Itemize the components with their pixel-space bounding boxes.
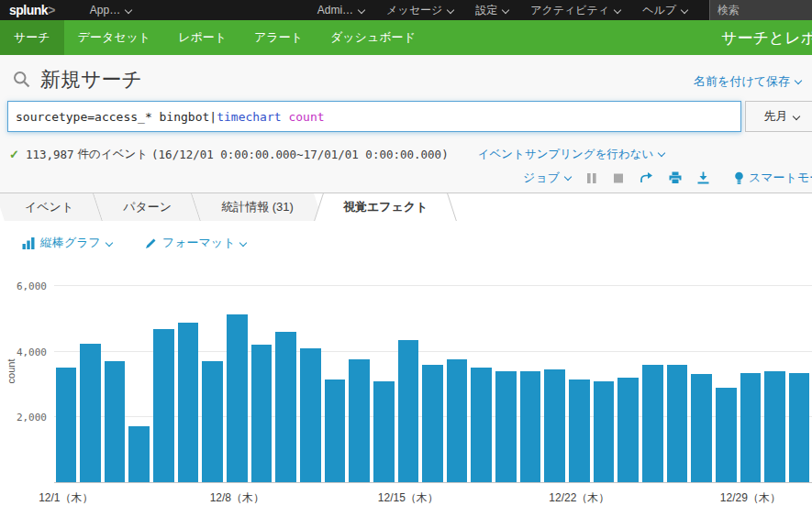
bar-12/3[interactable]	[105, 361, 126, 482]
bar-12/6[interactable]	[178, 323, 199, 482]
bar-12/11[interactable]	[300, 348, 321, 482]
pause-icon	[586, 172, 597, 184]
nav-item-datasets[interactable]: データセット	[64, 20, 165, 55]
search-mode-menu[interactable]: スマートモード	[734, 170, 812, 186]
event-sampling-label: イベントサンプリングを行わない	[478, 148, 654, 160]
bar-12/24[interactable]	[617, 378, 639, 482]
x-axis-tick-label: 12/1（木）	[39, 490, 93, 506]
y-axis-tick-label: 4,000	[0, 346, 47, 358]
save-as-label: 名前を付けて保存	[694, 74, 790, 88]
messages-menu[interactable]: メッセージ	[386, 3, 453, 18]
activity-menu[interactable]: アクティビティ	[530, 3, 620, 18]
bar-12/8[interactable]	[227, 314, 248, 482]
bar-12/25[interactable]	[642, 365, 663, 482]
nav-item-label: データセット	[78, 29, 151, 46]
help-menu-label: ヘルプ	[642, 3, 676, 18]
search-mode-label: スマートモード	[749, 170, 812, 186]
chevron-down-icon	[358, 6, 365, 14]
nav-item-reports[interactable]: レポート	[164, 20, 240, 55]
share-button[interactable]	[640, 171, 653, 184]
y-axis-tick-label: 6,000	[0, 280, 47, 292]
time-range-picker[interactable]: 先月	[745, 101, 812, 132]
results-tab-bar: イベント パターン 統計情報 (31) 視覚エフェクト	[0, 192, 812, 221]
tab-visualization[interactable]: 視覚エフェクト	[318, 193, 453, 221]
help-menu[interactable]: ヘルプ	[642, 3, 687, 18]
chart-type-label: 縦棒グラフ	[40, 235, 101, 251]
tab-label: 視覚エフェクト	[343, 199, 428, 215]
nav-item-alerts[interactable]: アラート	[240, 20, 317, 55]
bar-12/20[interactable]	[520, 371, 541, 482]
bar-12/12[interactable]	[325, 380, 346, 482]
admin-menu[interactable]: Admi…	[317, 4, 364, 16]
splunk-logo[interactable]: splunk>	[9, 3, 55, 17]
nav-item-search[interactable]: サーチ	[0, 20, 64, 55]
job-menu[interactable]: ジョブ	[523, 170, 571, 186]
bar-12/9[interactable]	[251, 345, 273, 482]
settings-menu[interactable]: 設定	[475, 3, 508, 18]
bar-12/23[interactable]	[594, 381, 615, 482]
bar-12/27[interactable]	[691, 374, 712, 482]
event-sampling-menu[interactable]: イベントサンプリングを行わない	[478, 147, 665, 162]
format-menu[interactable]: フォーマット	[145, 235, 247, 251]
bar-12/28[interactable]	[716, 388, 737, 482]
x-axis-tick-label: 12/15（木）	[378, 490, 439, 506]
tab-events[interactable]: イベント	[0, 193, 98, 221]
tab-label: パターン	[123, 199, 172, 215]
bar-12/18[interactable]	[471, 368, 492, 482]
tab-label: 統計情報 (31)	[221, 199, 294, 215]
bar-12/14[interactable]	[373, 381, 395, 482]
app-nav-bar: サーチ データセット レポート アラート ダッシュボード サーチとレポート	[0, 20, 812, 55]
y-axis-tick-label: 2,000	[0, 412, 47, 424]
bar-12/30[interactable]	[764, 371, 785, 482]
bar-12/5[interactable]	[153, 329, 174, 482]
bar-12/10[interactable]	[275, 332, 296, 482]
tab-statistics[interactable]: 統計情報 (31)	[196, 193, 318, 221]
print-icon	[669, 171, 682, 184]
export-button[interactable]	[697, 171, 709, 184]
event-count: 113,987	[26, 148, 74, 161]
bar-12/1[interactable]	[56, 368, 77, 482]
app-title: サーチとレポート	[721, 28, 812, 49]
pause-button[interactable]	[586, 172, 597, 184]
stop-button[interactable]	[613, 172, 624, 184]
bar-12/17[interactable]	[447, 359, 468, 482]
nav-item-dashboards[interactable]: ダッシュボード	[317, 20, 429, 55]
bar-12/29[interactable]	[740, 373, 762, 482]
bar-12/19[interactable]	[495, 371, 517, 482]
event-time-range: (16/12/01 0:00:00.000~17/01/01 0:00:00.0…	[151, 148, 449, 161]
nav-item-label: サーチ	[14, 29, 50, 46]
bar-12/13[interactable]	[349, 359, 370, 482]
bar-12/21[interactable]	[544, 369, 565, 482]
x-axis-tick-label: 12/8（木）	[210, 490, 264, 506]
timechart: count 2,0004,0006,00012/1（木）12/8（木）12/15…	[0, 267, 812, 506]
bar-12/31[interactable]	[789, 373, 810, 482]
global-search-input[interactable]	[709, 0, 812, 20]
chart-type-menu[interactable]: 縦棒グラフ	[22, 235, 112, 251]
search-query-input[interactable]: sourcetype=access_* bingbot|timechart co…	[7, 101, 741, 132]
bar-12/2[interactable]	[80, 344, 101, 482]
bar-12/16[interactable]	[422, 365, 443, 482]
bar-12/26[interactable]	[667, 365, 688, 482]
query-token: count	[282, 110, 325, 124]
settings-menu-label: 設定	[475, 3, 497, 18]
nav-item-label: ダッシュボード	[330, 29, 416, 46]
app-menu-label: App…	[90, 4, 120, 16]
app-menu[interactable]: App…	[90, 4, 131, 16]
chevron-down-icon	[792, 113, 799, 120]
top-app-bar: splunk> App… Admi… メッセージ 設定 アクティビティ ヘルプ	[0, 0, 812, 20]
chevron-down-icon	[614, 6, 621, 14]
bar-12/7[interactable]	[202, 361, 223, 482]
search-icon	[13, 71, 31, 89]
job-controls-row: ジョブ スマートモード	[0, 164, 812, 195]
admin-menu-label: Admi…	[317, 4, 353, 16]
print-button[interactable]	[669, 171, 682, 184]
bar-12/4[interactable]	[128, 426, 150, 482]
bar-12/22[interactable]	[569, 380, 590, 482]
save-as-button[interactable]: 名前を付けて保存	[694, 73, 801, 90]
query-token: timechart	[217, 110, 281, 124]
activity-menu-label: アクティビティ	[530, 3, 609, 18]
tab-patterns[interactable]: パターン	[98, 193, 196, 221]
bar-12/15[interactable]	[398, 340, 419, 482]
download-icon	[697, 171, 709, 184]
time-range-label: 先月	[764, 108, 788, 125]
